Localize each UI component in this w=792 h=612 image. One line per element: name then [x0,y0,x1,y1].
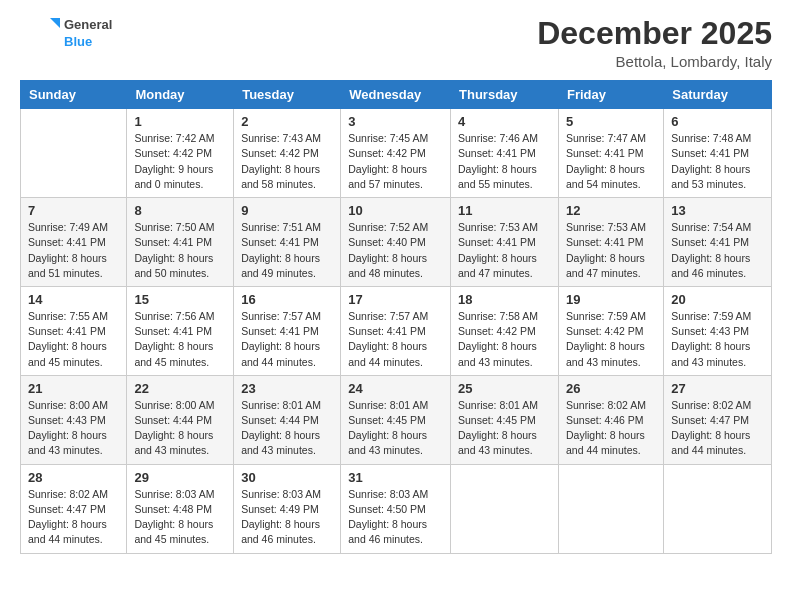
cell-line: and 45 minutes. [134,356,209,368]
cell-line: Sunset: 4:48 PM [134,503,212,515]
cell-info: Sunrise: 7:54 AMSunset: 4:41 PMDaylight:… [671,220,764,281]
table-row: 5Sunrise: 7:47 AMSunset: 4:41 PMDaylight… [558,109,663,198]
cell-line: Daylight: 8 hours [134,518,213,530]
cell-line: Daylight: 8 hours [241,340,320,352]
cell-line: and 47 minutes. [458,267,533,279]
cell-line: Daylight: 8 hours [348,518,427,530]
cell-line: Daylight: 8 hours [28,340,107,352]
col-monday: Monday [127,81,234,109]
day-number: 2 [241,114,333,129]
day-number: 25 [458,381,551,396]
cell-line: Daylight: 8 hours [28,518,107,530]
day-number: 9 [241,203,333,218]
day-number: 27 [671,381,764,396]
cell-line: Sunrise: 7:52 AM [348,221,428,233]
calendar-table: Sunday Monday Tuesday Wednesday Thursday… [20,80,772,553]
cell-line: Sunset: 4:41 PM [348,325,426,337]
cell-line: and 44 minutes. [671,444,746,456]
table-row [558,464,663,553]
cell-line: and 43 minutes. [348,444,423,456]
cell-line: Daylight: 8 hours [458,163,537,175]
cell-info: Sunrise: 7:58 AMSunset: 4:42 PMDaylight:… [458,309,551,370]
cell-info: Sunrise: 7:50 AMSunset: 4:41 PMDaylight:… [134,220,226,281]
cell-info: Sunrise: 7:52 AMSunset: 4:40 PMDaylight:… [348,220,443,281]
cell-info: Sunrise: 7:42 AMSunset: 4:42 PMDaylight:… [134,131,226,192]
day-number: 3 [348,114,443,129]
cell-line: and 44 minutes. [241,356,316,368]
svg-rect-1 [20,16,52,52]
cell-line: Sunrise: 8:03 AM [348,488,428,500]
cell-info: Sunrise: 7:59 AMSunset: 4:43 PMDaylight:… [671,309,764,370]
table-row [664,464,772,553]
day-number: 6 [671,114,764,129]
cell-line: and 44 minutes. [28,533,103,545]
table-row: 20Sunrise: 7:59 AMSunset: 4:43 PMDayligh… [664,286,772,375]
table-row: 7Sunrise: 7:49 AMSunset: 4:41 PMDaylight… [21,198,127,287]
cell-line: Sunset: 4:41 PM [566,147,644,159]
cell-line: Sunset: 4:44 PM [134,414,212,426]
cell-line: Sunset: 4:42 PM [241,147,319,159]
cell-info: Sunrise: 7:59 AMSunset: 4:42 PMDaylight:… [566,309,656,370]
day-number: 15 [134,292,226,307]
day-number: 19 [566,292,656,307]
cell-line: and 46 minutes. [348,533,423,545]
table-row: 6Sunrise: 7:48 AMSunset: 4:41 PMDaylight… [664,109,772,198]
cell-info: Sunrise: 7:55 AMSunset: 4:41 PMDaylight:… [28,309,119,370]
cell-line: Sunset: 4:43 PM [28,414,106,426]
cell-line: Sunset: 4:41 PM [566,236,644,248]
calendar-week-row: 14Sunrise: 7:55 AMSunset: 4:41 PMDayligh… [21,286,772,375]
table-row: 10Sunrise: 7:52 AMSunset: 4:40 PMDayligh… [341,198,451,287]
table-row: 30Sunrise: 8:03 AMSunset: 4:49 PMDayligh… [234,464,341,553]
title-block: December 2025 Bettola, Lombardy, Italy [537,16,772,70]
day-number: 18 [458,292,551,307]
cell-line: Sunset: 4:41 PM [671,236,749,248]
cell-line: Sunset: 4:41 PM [458,236,536,248]
table-row: 18Sunrise: 7:58 AMSunset: 4:42 PMDayligh… [451,286,559,375]
cell-line: Sunrise: 7:55 AM [28,310,108,322]
table-row: 11Sunrise: 7:53 AMSunset: 4:41 PMDayligh… [451,198,559,287]
cell-info: Sunrise: 8:02 AMSunset: 4:46 PMDaylight:… [566,398,656,459]
cell-line: Sunrise: 7:43 AM [241,132,321,144]
calendar-week-row: 1Sunrise: 7:42 AMSunset: 4:42 PMDaylight… [21,109,772,198]
cell-line: and 55 minutes. [458,178,533,190]
cell-line: and 57 minutes. [348,178,423,190]
table-row: 2Sunrise: 7:43 AMSunset: 4:42 PMDaylight… [234,109,341,198]
cell-line: Sunrise: 7:45 AM [348,132,428,144]
day-number: 31 [348,470,443,485]
cell-line: and 51 minutes. [28,267,103,279]
cell-info: Sunrise: 7:53 AMSunset: 4:41 PMDaylight:… [566,220,656,281]
cell-info: Sunrise: 7:56 AMSunset: 4:41 PMDaylight:… [134,309,226,370]
cell-line: Sunrise: 7:49 AM [28,221,108,233]
cell-line: Daylight: 8 hours [241,429,320,441]
table-row: 29Sunrise: 8:03 AMSunset: 4:48 PMDayligh… [127,464,234,553]
logo: General Blue [20,16,112,52]
cell-line: Daylight: 8 hours [241,163,320,175]
cell-line: Daylight: 8 hours [566,429,645,441]
cell-line: Sunset: 4:41 PM [28,236,106,248]
cell-line: Sunrise: 8:02 AM [566,399,646,411]
cell-line: Sunset: 4:41 PM [134,325,212,337]
cell-line: Sunset: 4:41 PM [241,325,319,337]
calendar-header-row: Sunday Monday Tuesday Wednesday Thursday… [21,81,772,109]
day-number: 4 [458,114,551,129]
cell-line: Daylight: 8 hours [671,340,750,352]
cell-line: and 44 minutes. [566,444,641,456]
cell-info: Sunrise: 8:03 AMSunset: 4:50 PMDaylight:… [348,487,443,548]
cell-line: Sunset: 4:42 PM [566,325,644,337]
cell-line: Daylight: 8 hours [348,429,427,441]
svg-marker-0 [50,18,60,28]
table-row: 17Sunrise: 7:57 AMSunset: 4:41 PMDayligh… [341,286,451,375]
day-number: 23 [241,381,333,396]
logo-general-text: General [64,17,112,34]
calendar-week-row: 28Sunrise: 8:02 AMSunset: 4:47 PMDayligh… [21,464,772,553]
cell-line: Sunrise: 8:03 AM [241,488,321,500]
cell-line: and 46 minutes. [671,267,746,279]
cell-line: Sunrise: 8:00 AM [28,399,108,411]
day-number: 16 [241,292,333,307]
cell-line: Sunrise: 7:54 AM [671,221,751,233]
day-number: 7 [28,203,119,218]
cell-line: Daylight: 8 hours [134,429,213,441]
table-row: 21Sunrise: 8:00 AMSunset: 4:43 PMDayligh… [21,375,127,464]
day-number: 12 [566,203,656,218]
cell-line: Sunset: 4:40 PM [348,236,426,248]
